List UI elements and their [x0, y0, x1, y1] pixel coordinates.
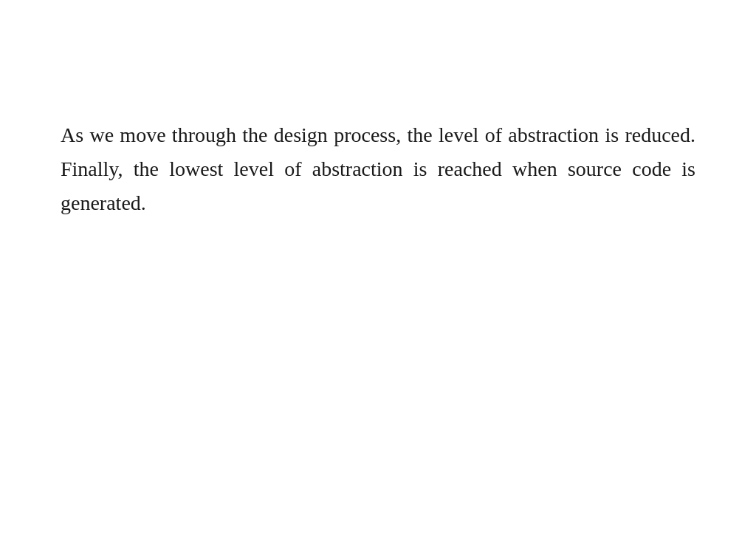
body-paragraph: As we move through the design process, t…	[61, 118, 695, 221]
page-container: As we move through the design process, t…	[0, 0, 756, 535]
